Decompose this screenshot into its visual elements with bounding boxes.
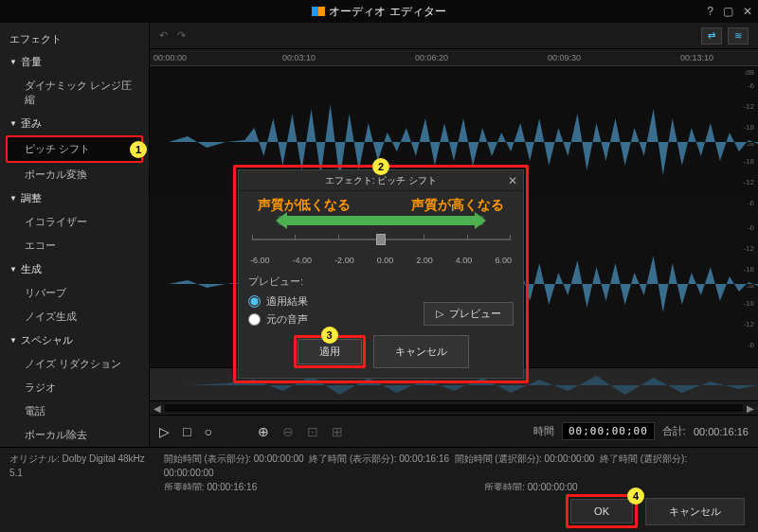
- title-bar: オーディオ エディター ? ▢ ✕: [0, 0, 758, 23]
- pitch-shift-dialog: エフェクト: ピッチ シフト ✕ 声質が低くなる 声質が高くなる -6.00-4…: [238, 169, 524, 379]
- preview-button[interactable]: ▷プレビュー: [424, 302, 514, 326]
- total-time: 00:00:16:16: [694, 426, 749, 437]
- slider-labels: -6.00-4.00-2.000.002.004.006.00: [248, 256, 514, 265]
- scroll-right-icon[interactable]: ▶: [747, 403, 754, 414]
- cat-special[interactable]: ▼スペシャル: [0, 328, 149, 352]
- annotation-badge-3: 3: [321, 327, 338, 344]
- item-vocal-remove[interactable]: ボーカル除去: [0, 423, 149, 447]
- zoom-selection-icon[interactable]: ⊞: [332, 424, 343, 439]
- cat-adjust[interactable]: ▼調整: [0, 186, 149, 210]
- zoom-fit-icon[interactable]: ⊡: [307, 424, 318, 439]
- effects-sidebar: エフェクト ▼音量 ダイナミック レンジ圧縮 ▼歪み ピッチ シフト 1 ボーカ…: [0, 23, 150, 447]
- item-phone[interactable]: 電話: [0, 399, 149, 423]
- record-button[interactable]: ○: [204, 424, 211, 439]
- zoom-out-icon[interactable]: ⊖: [282, 424, 294, 439]
- redo-icon[interactable]: ↷: [177, 29, 186, 42]
- time-ruler[interactable]: 00:00:00 00:03:10 00:06:20 00:09:30 00:1…: [150, 49, 758, 66]
- play-button[interactable]: ▷: [159, 424, 170, 439]
- scroll-left-icon[interactable]: ◀: [153, 403, 161, 414]
- cancel-button[interactable]: キャンセル: [645, 498, 745, 525]
- item-echo[interactable]: エコー: [0, 234, 149, 257]
- sidebar-header: エフェクト: [0, 28, 149, 50]
- item-reverb[interactable]: リバーブ: [0, 281, 149, 305]
- arrow-right-icon: [381, 216, 485, 225]
- waveform-view-icon[interactable]: ⇄: [701, 27, 722, 44]
- close-icon[interactable]: ✕: [743, 5, 752, 18]
- time-label: 時間: [533, 424, 554, 438]
- status-bar: オリジナル: Dolby Digital 48kHz 5.1 開始時間 (表示部…: [0, 447, 758, 490]
- db-scale: dB -6 -12 -18 -∞ -18 -12 -6 -6 -12 -18 -…: [731, 66, 754, 367]
- dialog-cancel-button[interactable]: キャンセル: [373, 335, 469, 368]
- item-radio[interactable]: ラジオ: [0, 376, 149, 399]
- item-equalizer[interactable]: イコライザー: [0, 210, 149, 234]
- play-icon: ▷: [436, 308, 443, 320]
- ok-button[interactable]: OK: [570, 499, 633, 523]
- total-label: 合計:: [662, 424, 686, 438]
- item-vocal-transform[interactable]: ボーカル変換: [0, 163, 149, 186]
- horizontal-scrollbar[interactable]: ◀ ▶: [150, 401, 758, 415]
- item-pitch-shift[interactable]: ピッチ シフト 1: [6, 135, 143, 163]
- undo-icon[interactable]: ↶: [159, 29, 168, 42]
- content-toolbar: ↶ ↷ ⇄ ≋: [150, 23, 758, 49]
- item-noise-reduction[interactable]: ノイズ リダクション: [0, 352, 149, 376]
- annotation-badge-1: 1: [130, 141, 147, 158]
- timecode: 00;00;00;00: [562, 422, 655, 440]
- spectral-view-icon[interactable]: ≋: [728, 27, 749, 44]
- app-logo-icon: [312, 7, 325, 16]
- pitch-shift-dialog-highlight: 2 エフェクト: ピッチ シフト ✕ 声質が低くなる 声質が高くなる: [233, 165, 529, 383]
- zoom-in-icon[interactable]: ⊕: [258, 424, 269, 439]
- dialog-close-icon[interactable]: ✕: [508, 174, 517, 187]
- stop-button[interactable]: □: [183, 424, 190, 439]
- bottom-button-bar: 4 OK キャンセル: [0, 490, 758, 532]
- pitch-slider[interactable]: [252, 231, 510, 252]
- transport-bar: ▷ □ ○ ⊕ ⊖ ⊡ ⊞ 時間 00;00;00;00 合計: 00:00:1…: [150, 415, 758, 447]
- preview-section-label: プレビュー:: [248, 275, 514, 289]
- cat-volume[interactable]: ▼音量: [0, 50, 149, 74]
- app-title: オーディオ エディター: [329, 4, 445, 20]
- annotation-badge-4: 4: [627, 488, 644, 505]
- item-noise-gen[interactable]: ノイズ生成: [0, 305, 149, 328]
- arrow-left-icon: [277, 216, 381, 225]
- cat-generate[interactable]: ▼生成: [0, 257, 149, 281]
- item-drc[interactable]: ダイナミック レンジ圧縮: [0, 74, 149, 112]
- minimize-icon[interactable]: ▢: [723, 5, 733, 18]
- dialog-title: エフェクト: ピッチ シフト: [325, 174, 437, 187]
- cat-distortion[interactable]: ▼歪み: [0, 112, 149, 135]
- help-icon[interactable]: ?: [707, 5, 713, 18]
- slider-thumb[interactable]: [376, 234, 386, 245]
